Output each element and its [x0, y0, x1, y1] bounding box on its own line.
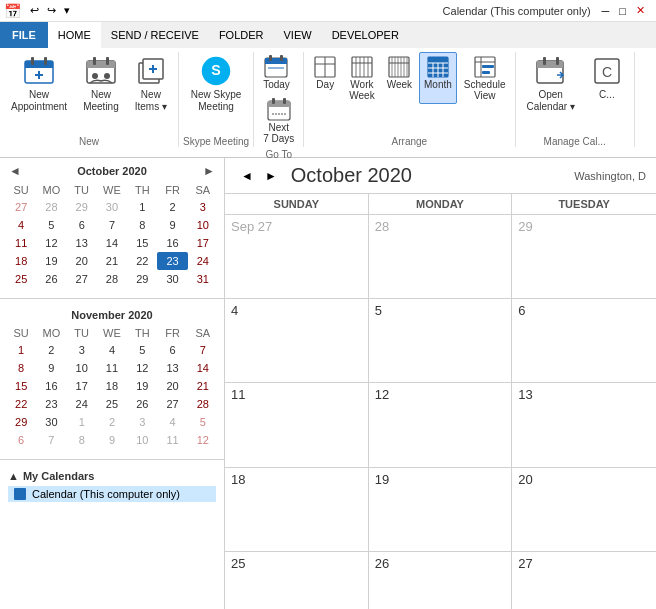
- mini-date[interactable]: 14: [188, 359, 218, 377]
- mini-date-today[interactable]: 23: [157, 252, 187, 270]
- mini-date[interactable]: 10: [127, 431, 157, 449]
- cal-cell[interactable]: 13: [512, 383, 656, 466]
- mini-date[interactable]: 21: [97, 252, 127, 270]
- mini-date[interactable]: 25: [97, 395, 127, 413]
- cal-next-button[interactable]: ►: [259, 166, 283, 186]
- mini-date[interactable]: 23: [36, 395, 66, 413]
- new-meeting-button[interactable]: NewMeeting: [76, 52, 126, 116]
- cal-cell[interactable]: 12: [369, 383, 513, 466]
- mini-date[interactable]: 16: [157, 234, 187, 252]
- mini-date[interactable]: 9: [97, 431, 127, 449]
- mini-date[interactable]: 20: [157, 377, 187, 395]
- mini-date[interactable]: 2: [36, 341, 66, 359]
- mini-date[interactable]: 17: [188, 234, 218, 252]
- cal-cell[interactable]: 5: [369, 299, 513, 382]
- mini-date[interactable]: 31: [188, 270, 218, 288]
- mini-date[interactable]: 28: [188, 395, 218, 413]
- mini-date[interactable]: 1: [67, 413, 97, 431]
- mini-date[interactable]: 9: [157, 216, 187, 234]
- close-button[interactable]: ✕: [633, 3, 648, 18]
- my-calendars-header[interactable]: ▲ My Calendars: [8, 470, 216, 482]
- mini-date[interactable]: 27: [157, 395, 187, 413]
- minimize-button[interactable]: ─: [599, 3, 613, 18]
- undo-button[interactable]: ↩: [27, 3, 42, 18]
- mini-date[interactable]: 12: [188, 431, 218, 449]
- mini-date[interactable]: 11: [97, 359, 127, 377]
- mini-date[interactable]: 24: [67, 395, 97, 413]
- mini-date[interactable]: 1: [6, 341, 36, 359]
- mini-date[interactable]: 13: [67, 234, 97, 252]
- cal-cell[interactable]: 4: [225, 299, 369, 382]
- more-manage-button[interactable]: C C...: [584, 52, 630, 103]
- mini-date[interactable]: 4: [157, 413, 187, 431]
- mini-date[interactable]: 25: [6, 270, 36, 288]
- customize-qa-button[interactable]: ▾: [61, 3, 73, 18]
- workweek-button[interactable]: WorkWeek: [344, 52, 379, 104]
- mini-date[interactable]: 16: [36, 377, 66, 395]
- mini-date[interactable]: 24: [188, 252, 218, 270]
- mini-date[interactable]: 3: [188, 198, 218, 216]
- mini-date[interactable]: 29: [6, 413, 36, 431]
- mini-date[interactable]: 10: [67, 359, 97, 377]
- mini-date[interactable]: 22: [127, 252, 157, 270]
- new-appointment-button[interactable]: NewAppointment: [4, 52, 74, 116]
- mini-date[interactable]: 5: [127, 341, 157, 359]
- mini-date[interactable]: 18: [6, 252, 36, 270]
- mini-date[interactable]: 6: [67, 216, 97, 234]
- mini-date[interactable]: 7: [36, 431, 66, 449]
- week-button[interactable]: Week: [382, 52, 417, 104]
- mini-date[interactable]: 6: [157, 341, 187, 359]
- mini-date[interactable]: 4: [6, 216, 36, 234]
- mini-date[interactable]: 29: [67, 198, 97, 216]
- mini-date[interactable]: 29: [127, 270, 157, 288]
- new-items-button[interactable]: NewItems ▾: [128, 52, 174, 116]
- cal-cell[interactable]: 18: [225, 468, 369, 551]
- mini-date[interactable]: 9: [36, 359, 66, 377]
- mini-date[interactable]: 30: [157, 270, 187, 288]
- mini-date[interactable]: 11: [6, 234, 36, 252]
- mini-cal-next-button[interactable]: ►: [200, 164, 218, 178]
- mini-date[interactable]: 18: [97, 377, 127, 395]
- today-button[interactable]: Today: [258, 52, 295, 93]
- mini-date[interactable]: 19: [127, 377, 157, 395]
- mini-date[interactable]: 27: [6, 198, 36, 216]
- cal-cell[interactable]: 6: [512, 299, 656, 382]
- cal-cell[interactable]: Sep 27: [225, 215, 369, 298]
- mini-date[interactable]: 2: [97, 413, 127, 431]
- mini-date[interactable]: 15: [127, 234, 157, 252]
- mini-date[interactable]: 3: [127, 413, 157, 431]
- cal-cell[interactable]: 11: [225, 383, 369, 466]
- mini-date[interactable]: 30: [36, 413, 66, 431]
- mini-date[interactable]: 10: [188, 216, 218, 234]
- mini-date[interactable]: 12: [127, 359, 157, 377]
- mini-date[interactable]: 26: [36, 270, 66, 288]
- mini-date[interactable]: 7: [188, 341, 218, 359]
- cal-cell[interactable]: 20: [512, 468, 656, 551]
- mini-date[interactable]: 8: [6, 359, 36, 377]
- mini-date[interactable]: 11: [157, 431, 187, 449]
- mini-date[interactable]: 28: [97, 270, 127, 288]
- sidebar-item-calendar[interactable]: Calendar (This computer only): [8, 486, 216, 502]
- cal-cell[interactable]: 19: [369, 468, 513, 551]
- redo-button[interactable]: ↪: [44, 3, 59, 18]
- mini-date[interactable]: 3: [67, 341, 97, 359]
- tab-folder[interactable]: FOLDER: [209, 22, 274, 48]
- mini-date[interactable]: 26: [127, 395, 157, 413]
- mini-date[interactable]: 20: [67, 252, 97, 270]
- mini-date[interactable]: 2: [157, 198, 187, 216]
- maximize-button[interactable]: □: [616, 3, 629, 18]
- cal-cell[interactable]: 26: [369, 552, 513, 609]
- tab-file[interactable]: FILE: [0, 22, 48, 48]
- mini-cal-prev-button[interactable]: ◄: [6, 164, 24, 178]
- mini-date[interactable]: 4: [97, 341, 127, 359]
- mini-date[interactable]: 13: [157, 359, 187, 377]
- mini-date[interactable]: 8: [67, 431, 97, 449]
- cal-cell[interactable]: 28: [369, 215, 513, 298]
- mini-date[interactable]: 22: [6, 395, 36, 413]
- tab-view[interactable]: VIEW: [274, 22, 322, 48]
- mini-date[interactable]: 7: [97, 216, 127, 234]
- mini-date[interactable]: 12: [36, 234, 66, 252]
- tab-home[interactable]: HOME: [48, 22, 101, 48]
- mini-date[interactable]: 15: [6, 377, 36, 395]
- schedule-view-button[interactable]: ScheduleView: [459, 52, 511, 104]
